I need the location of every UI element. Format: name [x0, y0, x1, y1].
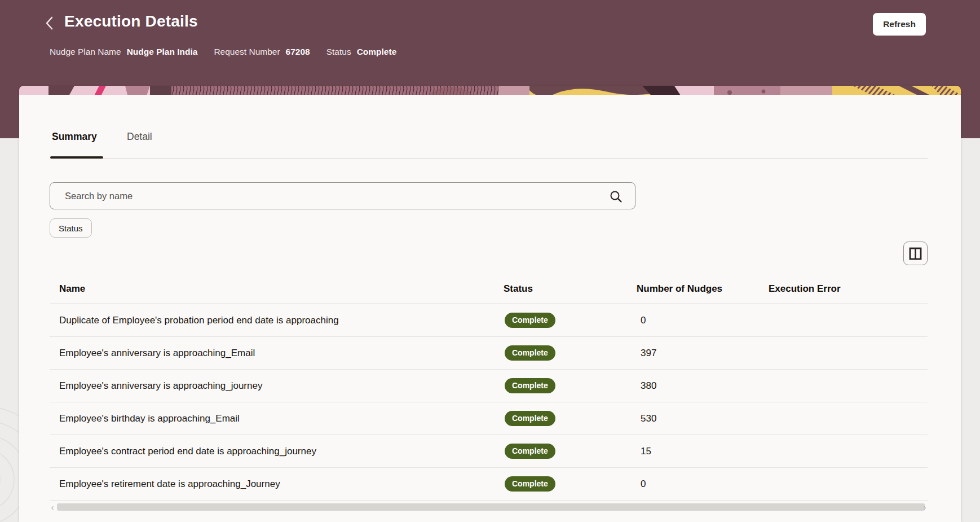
table-row: Employee's anniversary is approaching_Em… [50, 337, 928, 370]
page-title: Execution Details [64, 12, 198, 30]
columns-icon [909, 247, 922, 260]
status-badge: Complete [505, 313, 555, 328]
column-selector-button[interactable] [903, 242, 928, 265]
table-row: Employee's anniversary is approaching_jo… [50, 370, 928, 402]
column-header-execution-error[interactable]: Execution Error [769, 283, 928, 295]
status-filter-chip[interactable]: Status [50, 218, 92, 238]
meta-label: Request Number [214, 47, 280, 57]
chevron-left-icon [45, 16, 54, 30]
tab-summary[interactable]: Summary [52, 131, 97, 143]
results-table: Name Status Number of Nudges Execution E… [50, 274, 928, 501]
status-badge: Complete [505, 345, 555, 361]
meta-value: 67208 [286, 47, 310, 57]
cell-number-of-nudges: 0 [641, 315, 769, 326]
meta-status: Status Complete [326, 47, 397, 57]
scrollbar-thumb[interactable] [57, 503, 925, 511]
scroll-left-button[interactable]: ‹ [50, 502, 55, 512]
tab-divider [50, 158, 928, 159]
horizontal-scrollbar: ‹ › [50, 502, 928, 512]
cell-number-of-nudges: 0 [641, 479, 769, 490]
cell-name: Employee's contract period end date is a… [59, 446, 504, 457]
content-card: Summary Detail Status Name Status [19, 86, 961, 522]
cell-name: Employee's retirement date is approachin… [59, 479, 504, 490]
table-row: Employee's retirement date is approachin… [50, 468, 928, 501]
meta-label: Status [326, 47, 351, 57]
status-badge: Complete [505, 444, 555, 459]
meta-nudge-plan-name: Nudge Plan Name Nudge Plan India [50, 47, 197, 57]
column-header-status[interactable]: Status [504, 283, 637, 295]
table-row: Duplicate of Employee's probation period… [50, 304, 928, 337]
status-badge: Complete [505, 476, 555, 492]
back-button[interactable] [42, 16, 56, 32]
cell-name: Employee's birthday is approaching_Email [59, 413, 504, 424]
cell-name: Employee's anniversary is approaching_Em… [59, 348, 504, 359]
header-meta: Nudge Plan Name Nudge Plan India Request… [50, 47, 396, 57]
meta-request-number: Request Number 67208 [214, 47, 310, 57]
active-tab-indicator [50, 156, 103, 159]
cell-number-of-nudges: 530 [641, 413, 769, 424]
summary-panel: Summary Detail Status Name Status [19, 95, 961, 522]
cell-number-of-nudges: 380 [641, 380, 769, 392]
table-row: Employee's birthday is approaching_Email… [50, 402, 928, 435]
status-badge: Complete [505, 378, 555, 393]
tab-detail[interactable]: Detail [127, 131, 152, 143]
meta-value: Nudge Plan India [127, 47, 198, 57]
status-badge: Complete [505, 411, 555, 426]
refresh-button[interactable]: Refresh [873, 13, 926, 36]
search-box [50, 182, 635, 209]
cell-name: Duplicate of Employee's probation period… [59, 315, 504, 326]
cell-name: Employee's anniversary is approaching_jo… [59, 380, 504, 392]
column-header-number-of-nudges[interactable]: Number of Nudges [637, 283, 769, 295]
meta-label: Nudge Plan Name [50, 47, 121, 57]
column-header-name[interactable]: Name [59, 283, 504, 295]
search-icon[interactable] [609, 190, 623, 203]
table-header-row: Name Status Number of Nudges Execution E… [50, 274, 928, 304]
cell-number-of-nudges: 15 [641, 446, 769, 457]
table-row: Employee's contract period end date is a… [50, 435, 928, 468]
scroll-right-button[interactable]: › [922, 502, 928, 512]
search-input[interactable] [50, 183, 635, 209]
meta-value: Complete [357, 47, 397, 57]
cell-number-of-nudges: 397 [641, 348, 769, 359]
